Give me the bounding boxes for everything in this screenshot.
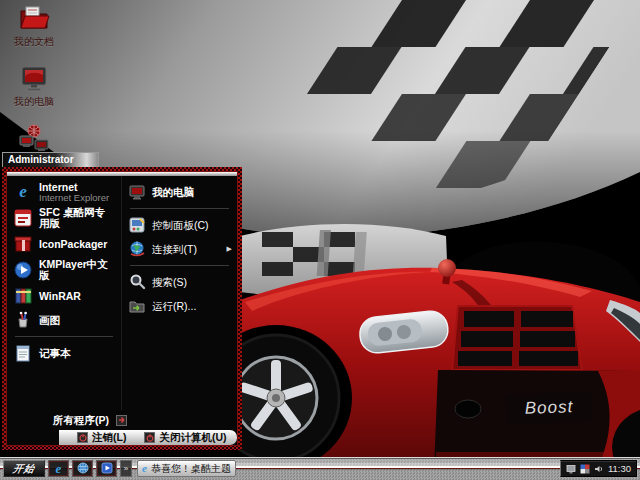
my-documents-icon bbox=[18, 2, 50, 34]
start-menu-right-column: 我的电脑 控制面板(C) 连接到(T) ▶ bbox=[121, 176, 237, 410]
menu-item-run[interactable]: 运行(R)... bbox=[126, 294, 237, 318]
control-panel-icon bbox=[128, 216, 146, 234]
all-programs-button[interactable]: 所有程序(P) bbox=[7, 410, 237, 430]
menu-item-iconpackager[interactable]: IconPackager bbox=[11, 232, 121, 256]
start-button[interactable]: 开始 bbox=[3, 460, 45, 477]
volume-icon[interactable] bbox=[594, 460, 604, 478]
desktop-icon-my-documents[interactable]: 我的文档 bbox=[2, 2, 66, 47]
desktop: Boost 我的文档 bbox=[0, 0, 640, 480]
my-computer-small-icon bbox=[128, 183, 146, 201]
log-off-icon bbox=[77, 432, 88, 443]
quick-launch-msn[interactable] bbox=[72, 460, 93, 477]
display-settings-icon[interactable] bbox=[566, 460, 576, 478]
quick-launch-internet-explorer[interactable]: e bbox=[48, 460, 69, 477]
internet-explorer-icon: e bbox=[142, 463, 147, 474]
red-car bbox=[200, 259, 640, 480]
menu-item-sfc-zhuoku[interactable]: SFC 桌酷网专用版 bbox=[11, 204, 121, 232]
boost-text: Boost bbox=[524, 397, 573, 419]
internet-explorer-icon: e bbox=[13, 182, 33, 202]
menu-separator bbox=[130, 265, 229, 266]
media-player-icon bbox=[101, 460, 113, 478]
taskbar-clock[interactable]: 11:30 bbox=[608, 464, 631, 474]
quick-launch-chevron[interactable]: » bbox=[120, 460, 132, 477]
start-menu-footer: 注销(L) 关闭计算机(U) bbox=[7, 430, 237, 445]
network-places-icon bbox=[18, 122, 50, 154]
quick-launch-media-player[interactable] bbox=[96, 460, 117, 477]
sfc-zhuoku-icon bbox=[13, 208, 33, 228]
desktop-icon-my-computer[interactable]: 我的电脑 bbox=[2, 62, 66, 107]
paint-icon bbox=[13, 310, 33, 330]
winrar-icon bbox=[13, 286, 33, 306]
log-off-button[interactable]: 注销(L) bbox=[77, 432, 126, 443]
notepad-icon bbox=[13, 343, 33, 363]
power-icon bbox=[144, 432, 155, 443]
menu-item-notepad[interactable]: 记事本 bbox=[11, 341, 121, 365]
menu-item-search[interactable]: 搜索(S) bbox=[126, 270, 237, 294]
menu-item-my-computer[interactable]: 我的电脑 bbox=[126, 180, 237, 204]
system-tray: 11:30 bbox=[560, 460, 637, 477]
internet-explorer-icon: e bbox=[56, 461, 62, 477]
search-icon bbox=[128, 273, 146, 291]
iconpackager-icon bbox=[13, 234, 33, 254]
user-name: Administrator bbox=[8, 154, 74, 165]
menu-item-control-panel[interactable]: 控制面板(C) bbox=[126, 213, 237, 237]
kmplayer-icon bbox=[13, 260, 33, 280]
theme-manager-icon[interactable] bbox=[580, 460, 590, 478]
msn-globe-icon bbox=[77, 460, 89, 478]
menu-item-kmplayer[interactable]: KMPlayer中文版 bbox=[11, 256, 121, 284]
desktop-icon-label: 我的电脑 bbox=[14, 96, 54, 107]
start-menu: e Internet Internet Explorer SFC 桌酷网专用版 bbox=[2, 167, 242, 450]
taskbar-window-button[interactable]: e 恭喜您！桌酷主题... bbox=[137, 460, 236, 477]
all-programs-arrow-icon bbox=[116, 415, 127, 426]
start-menu-user-banner: Administrator bbox=[2, 152, 99, 167]
run-icon bbox=[128, 297, 146, 315]
boost-license-plate: Boost bbox=[506, 392, 593, 425]
menu-separator bbox=[130, 208, 229, 209]
start-menu-left-column: e Internet Internet Explorer SFC 桌酷网专用版 bbox=[7, 176, 121, 410]
submenu-arrow-icon: ▶ bbox=[227, 245, 232, 253]
turn-off-computer-button[interactable]: 关闭计算机(U) bbox=[144, 432, 226, 443]
menu-item-winrar[interactable]: WinRAR bbox=[11, 284, 121, 308]
taskbar: 开始 e » e 恭喜您！桌酷主题... bbox=[0, 457, 640, 480]
menu-item-paint[interactable]: 画图 bbox=[11, 308, 121, 332]
connect-to-icon bbox=[128, 240, 146, 258]
menu-separator bbox=[15, 336, 113, 337]
my-computer-icon bbox=[18, 62, 50, 94]
menu-item-internet[interactable]: e Internet Internet Explorer bbox=[11, 180, 121, 204]
menu-item-connect-to[interactable]: 连接到(T) ▶ bbox=[126, 237, 237, 261]
desktop-icon-label: 我的文档 bbox=[14, 36, 54, 47]
